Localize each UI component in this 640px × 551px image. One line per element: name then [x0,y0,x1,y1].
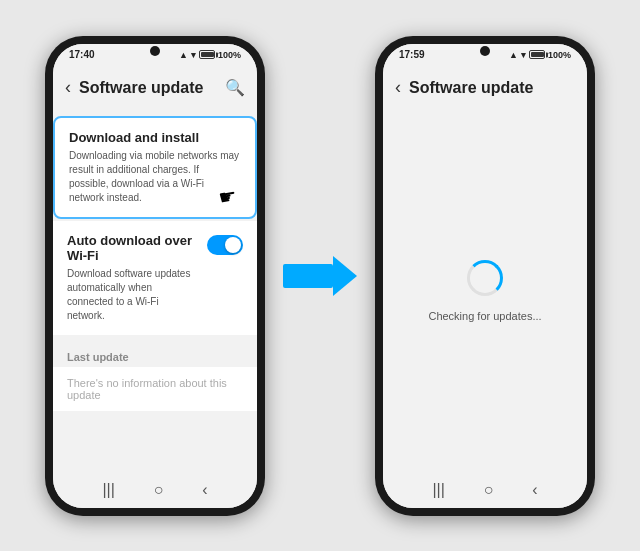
last-update-info: There's no information about this update [67,377,243,401]
phone1-title: Software update [79,79,217,97]
arrow-head [333,256,357,296]
phone2-recent-button[interactable]: ||| [432,481,444,499]
auto-download-text-block: Auto download over Wi-Fi Download softwa… [67,233,199,323]
phone1-search-icon[interactable]: 🔍 [225,78,245,97]
phone1-content: Download and install Downloading via mob… [53,110,257,472]
toggle-knob [225,237,241,253]
phone1-back-nav-button[interactable]: ‹ [202,481,207,499]
phone2-screen: 17:59 ▲ ▾ 100% ‹ Software update Checkin… [383,44,587,508]
phone-1: 17:40 ▲ ▾ 100% ‹ Software update 🔍 Downl… [45,36,265,516]
auto-download-card[interactable]: Auto download over Wi-Fi Download softwa… [53,221,257,335]
auto-download-desc: Download software updates automatically … [67,267,199,323]
battery-percent: 100% [218,50,241,60]
phone1-notch [150,46,160,56]
arrow-body [283,264,333,288]
last-update-label: Last update [53,337,257,367]
phone2-battery-icon [529,50,545,59]
phone1-nav-bar: ||| ○ ‹ [53,472,257,508]
signal-icon: ▲ [179,50,188,60]
download-install-card[interactable]: Download and install Downloading via mob… [53,116,257,219]
phone1-home-button[interactable]: ○ [154,481,164,499]
transition-arrow [285,256,355,296]
wifi-icon: ▾ [191,50,196,60]
download-install-title: Download and install [69,130,241,145]
checking-updates-content: Checking for updates... [383,110,587,472]
phone1-time: 17:40 [69,49,95,60]
phone2-battery-percent: 100% [548,50,571,60]
phone2-back-nav-button[interactable]: ‹ [532,481,537,499]
phone2-home-button[interactable]: ○ [484,481,494,499]
phone2-time: 17:59 [399,49,425,60]
phone2-nav-bar: ||| ○ ‹ [383,472,587,508]
battery-fill [201,52,214,57]
phone-2: 17:59 ▲ ▾ 100% ‹ Software update Checkin… [375,36,595,516]
phone2-signal-icon: ▲ [509,50,518,60]
phone2-title: Software update [409,79,575,97]
phone2-status-icons: ▲ ▾ 100% [509,50,571,60]
loading-spinner [467,260,503,296]
last-update-card: There's no information about this update [53,367,257,411]
battery-icon [199,50,215,59]
phone2-back-button[interactable]: ‹ [395,77,401,98]
download-install-desc: Downloading via mobile networks may resu… [69,149,241,205]
phone2-wifi-icon: ▾ [521,50,526,60]
auto-download-toggle[interactable] [207,235,243,255]
phone2-battery-fill [531,52,544,57]
phone1-status-icons: ▲ ▾ 100% [179,50,241,60]
phone1-back-button[interactable]: ‹ [65,77,71,98]
checking-updates-text: Checking for updates... [428,310,541,322]
phone2-app-bar: ‹ Software update [383,66,587,110]
phone1-recent-button[interactable]: ||| [102,481,114,499]
phone1-app-bar: ‹ Software update 🔍 [53,66,257,110]
phone1-screen: 17:40 ▲ ▾ 100% ‹ Software update 🔍 Downl… [53,44,257,508]
phone2-notch [480,46,490,56]
auto-download-title: Auto download over Wi-Fi [67,233,199,263]
